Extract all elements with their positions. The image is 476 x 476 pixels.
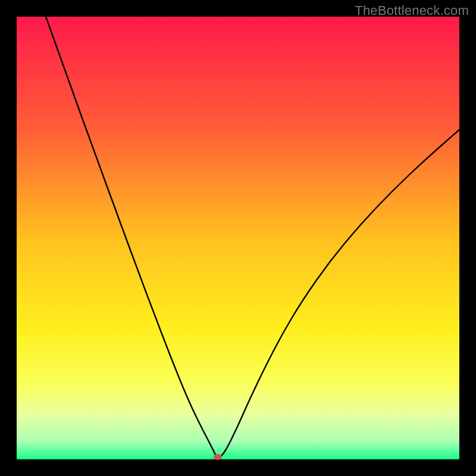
plot-background [17,17,459,459]
bottleneck-curve-chart [0,0,476,476]
optimal-point-marker [214,454,222,460]
watermark-text: TheBottleneck.com [355,3,469,18]
chart-container: TheBottleneck.com [0,0,476,476]
